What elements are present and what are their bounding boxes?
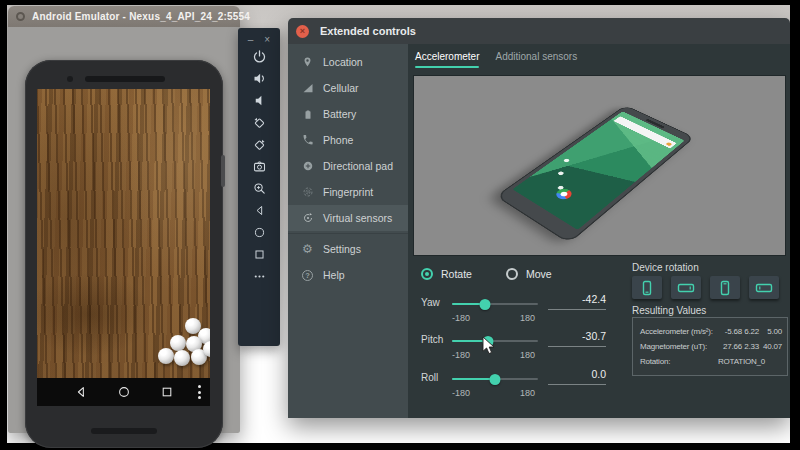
magnetometer-values-row: Magnetometer (uT): 27.662.3340.07 (640, 339, 780, 354)
android-nav-bar (37, 378, 210, 406)
pitch-slider-row: Pitch -180 180 -30.7 (420, 330, 620, 358)
cellular-signal-icon (301, 82, 314, 95)
yaw-slider[interactable] (452, 303, 538, 305)
home-icon (253, 226, 266, 239)
home-button[interactable] (247, 225, 271, 240)
emulator-app-icon (16, 12, 25, 21)
pitch-value-field[interactable]: -30.7 (548, 330, 606, 347)
virtual-sensors-icon (301, 212, 314, 225)
back-icon (253, 204, 266, 217)
roll-slider[interactable] (452, 378, 538, 380)
emulator-titlebar[interactable]: Android Emulator - Nexus_4_API_24_2:5554 (8, 6, 240, 27)
pitch-slider-thumb[interactable] (482, 336, 493, 347)
device-screen-wood-app[interactable] (37, 89, 210, 378)
device-3d-preview[interactable] (413, 75, 786, 256)
emulator-window: Android Emulator - Nexus_4_API_24_2:5554 (8, 6, 240, 433)
rotate-radio-icon (421, 268, 433, 280)
window-close-button[interactable]: × (296, 25, 309, 38)
model-search-bar (614, 116, 677, 148)
screenshot-camera-icon (252, 159, 267, 174)
rotate-landscape-button[interactable] (671, 276, 701, 299)
model-screen (512, 111, 684, 230)
white-ball (170, 335, 186, 351)
bottom-speaker (91, 428, 157, 434)
device-3d-model (495, 105, 694, 243)
rotate-reverse-landscape-icon (755, 280, 773, 296)
rotation-value-row: Rotation: ROTATION_0 (640, 354, 780, 369)
virtual-device-frame (25, 60, 223, 448)
white-ball (174, 350, 190, 366)
battery-icon (301, 108, 314, 121)
tab-accelerometer[interactable]: Accelerometer (415, 44, 479, 70)
roll-value-field[interactable]: 0.0 (548, 368, 606, 385)
pitch-slider[interactable] (452, 340, 538, 342)
zoom-button[interactable] (247, 181, 271, 196)
volume-down-icon (252, 93, 267, 108)
overview-button[interactable] (247, 247, 271, 262)
rotate-radio-option[interactable]: Rotate (421, 268, 472, 280)
rotate-portrait-button[interactable] (632, 276, 662, 299)
sidebar-item-virtual-sensors[interactable]: Virtual sensors (288, 205, 408, 231)
zoom-icon (252, 181, 267, 196)
more-dots-icon (252, 269, 267, 284)
window-title: Extended controls (320, 25, 416, 37)
sidebar-item-fingerprint[interactable]: Fingerprint (288, 179, 408, 205)
sidebar-divider (288, 233, 408, 234)
toolbar-minimize-button[interactable]: – (248, 35, 254, 45)
power-icon (252, 49, 267, 64)
settings-gear-icon (301, 243, 314, 256)
move-radio-icon (506, 268, 518, 280)
sidebar-item-battery[interactable]: Battery (288, 101, 408, 127)
location-pin-icon (301, 56, 314, 69)
roll-slider-row: Roll -180 180 0.0 (420, 368, 620, 396)
power-button[interactable] (247, 49, 271, 64)
menu-dots-icon[interactable] (198, 385, 201, 399)
extended-controls-titlebar[interactable]: × Extended controls (288, 18, 790, 44)
emulator-window-title: Android Emulator - Nexus_4_API_24_2:5554 (32, 11, 250, 22)
white-ball (158, 348, 174, 364)
sidebar-item-directional-pad[interactable]: Directional pad (288, 153, 408, 179)
overview-icon (253, 248, 266, 261)
rotate-left-button[interactable] (247, 115, 271, 130)
volume-rocker (221, 155, 225, 187)
emulator-toolbar: – × (238, 28, 280, 346)
phone-icon (301, 134, 314, 147)
sidebar-item-cellular[interactable]: Cellular (288, 75, 408, 101)
overview-button[interactable] (160, 385, 174, 399)
sensor-tabs: Accelerometer Additional sensors (415, 44, 577, 70)
home-button[interactable] (117, 385, 131, 399)
rotate-portrait-icon (638, 280, 656, 296)
sidebar-item-phone[interactable]: Phone (288, 127, 408, 153)
model-chrome-icon (553, 187, 574, 201)
model-app-icon (563, 158, 570, 163)
rotate-right-button[interactable] (247, 137, 271, 152)
roll-slider-thumb[interactable] (490, 374, 501, 385)
volume-down-button[interactable] (247, 93, 271, 108)
sidebar-item-location[interactable]: Location (288, 49, 408, 75)
sidebar-item-help[interactable]: Help (288, 262, 408, 288)
rotate-right-icon (252, 137, 267, 152)
help-icon (302, 270, 313, 281)
back-button[interactable] (74, 385, 88, 399)
volume-up-button[interactable] (247, 71, 271, 86)
rotate-reverse-portrait-button[interactable] (710, 276, 740, 299)
back-button[interactable] (247, 203, 271, 218)
sensor-mode-row: Rotate Move (421, 266, 552, 281)
screenshot-button[interactable] (247, 159, 271, 174)
extended-controls-window: × Extended controls Location Cellular Ba… (288, 18, 790, 418)
rotate-landscape-icon (677, 280, 695, 296)
front-camera-dot (67, 76, 73, 82)
rotate-reverse-portrait-icon (716, 280, 734, 296)
model-app-icon (557, 171, 564, 176)
rotate-reverse-landscape-button[interactable] (749, 276, 779, 299)
fingerprint-icon (301, 186, 314, 199)
yaw-value-field[interactable]: -42.4 (548, 293, 606, 310)
toolbar-close-button[interactable]: × (264, 35, 270, 45)
move-radio-option[interactable]: Move (506, 268, 552, 280)
more-button[interactable] (247, 269, 271, 284)
tab-additional-sensors[interactable]: Additional sensors (495, 44, 577, 70)
yaw-slider-thumb[interactable] (479, 299, 490, 310)
sidebar-item-settings[interactable]: Settings (288, 236, 408, 262)
resulting-values-title: Resulting Values (632, 305, 706, 316)
yaw-slider-row: Yaw -180 180 -42.4 (420, 293, 620, 321)
